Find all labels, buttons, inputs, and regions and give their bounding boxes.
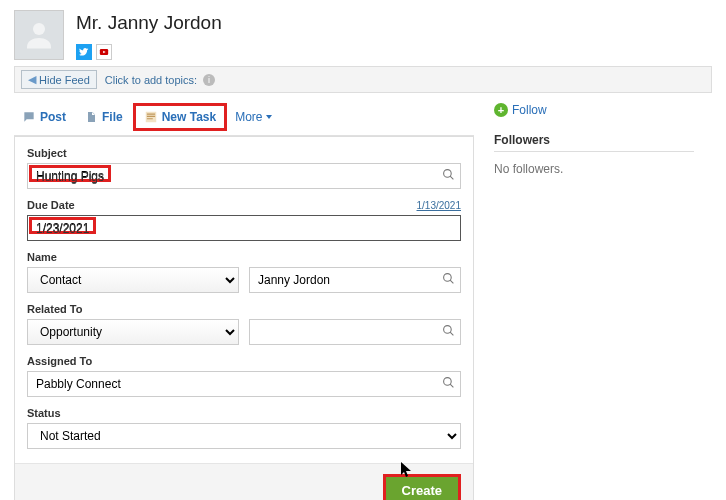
subject-label: Subject (27, 147, 461, 159)
name-type-select[interactable]: Contact (27, 267, 239, 293)
form-footer: Create (15, 463, 473, 500)
follow-button[interactable]: + Follow (494, 103, 694, 117)
duedate-label: Due Date (27, 199, 461, 211)
relatedto-input[interactable] (249, 319, 461, 345)
file-icon (84, 110, 98, 124)
assignedto-label: Assigned To (27, 355, 461, 367)
collapse-icon: ◀ (28, 73, 36, 86)
tab-more[interactable]: More (235, 110, 271, 124)
social-icons (76, 44, 222, 60)
tab-new-task[interactable]: New Task (133, 103, 227, 131)
topics-bar: ◀ Hide Feed Click to add topics: i (14, 66, 712, 93)
svg-point-0 (33, 23, 45, 35)
followers-empty: No followers. (494, 162, 694, 176)
relatedto-type-select[interactable]: Opportunity (27, 319, 239, 345)
twitter-icon[interactable] (76, 44, 92, 60)
tab-file-label: File (102, 110, 123, 124)
name-label: Name (27, 251, 461, 263)
publisher-tabs: Post File New Task More (14, 103, 474, 136)
avatar (14, 10, 64, 60)
youtube-icon[interactable] (96, 44, 112, 60)
page-title: Mr. Janny Jordon (76, 12, 222, 34)
tab-file[interactable]: File (76, 106, 131, 128)
plus-icon: + (494, 103, 508, 117)
cursor-icon (401, 462, 413, 481)
duedate-hint[interactable]: 1/13/2021 (417, 200, 462, 211)
chevron-down-icon (266, 115, 272, 119)
tab-post-label: Post (40, 110, 66, 124)
new-task-form: Subject Hunting Pigs Due Date 1/13/2021 … (14, 136, 474, 500)
relatedto-label: Related To (27, 303, 461, 315)
subject-highlight: Hunting Pigs (29, 165, 111, 182)
task-icon (144, 110, 158, 124)
duedate-highlight: 1/23/2021 (29, 217, 96, 234)
assignedto-input[interactable] (27, 371, 461, 397)
hide-feed-label: Hide Feed (39, 74, 90, 86)
add-topics-link[interactable]: Click to add topics: (105, 74, 197, 86)
followers-heading: Followers (494, 133, 694, 152)
hide-feed-button[interactable]: ◀ Hide Feed (21, 70, 97, 89)
tab-new-task-label: New Task (162, 110, 216, 124)
name-input[interactable] (249, 267, 461, 293)
tab-more-label: More (235, 110, 262, 124)
chat-icon (22, 110, 36, 124)
create-button[interactable]: Create (383, 474, 461, 500)
info-icon[interactable]: i (203, 74, 215, 86)
status-label: Status (27, 407, 461, 419)
follow-label: Follow (512, 103, 547, 117)
record-header: Mr. Janny Jordon (0, 0, 726, 66)
status-select[interactable]: Not Started (27, 423, 461, 449)
tab-post[interactable]: Post (14, 106, 74, 128)
